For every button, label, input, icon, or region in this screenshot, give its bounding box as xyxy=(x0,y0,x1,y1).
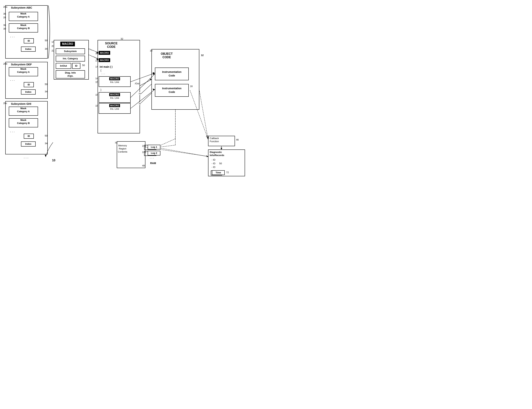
num-24b: 24b xyxy=(142,151,146,154)
sc-macro3-wrap: MACRO Ins. Line xyxy=(99,76,131,87)
macro-ins-category: Ins. Category xyxy=(56,56,85,62)
index-ghi: Index xyxy=(21,141,36,146)
num-32: 32 xyxy=(121,37,123,40)
source-code-title: SOURCECODE xyxy=(105,42,117,49)
svg-marker-42 xyxy=(207,155,208,157)
sc-macro3: MACRO xyxy=(109,77,120,80)
num-10: 10 xyxy=(52,159,55,162)
macro-diag-info: Diag. InfoArgs. xyxy=(56,70,85,79)
num-14-sc4: 14 xyxy=(95,77,98,80)
mask-label-b1: MaskCategory B xyxy=(17,24,30,30)
num-36a: 36 xyxy=(3,12,6,15)
in1-label: In xyxy=(139,92,141,95)
svg-line-39 xyxy=(190,90,208,140)
diag-id1: - ID xyxy=(211,158,215,161)
dots-abc: · · · xyxy=(10,35,15,39)
time-box: Time xyxy=(212,170,225,175)
svg-line-12 xyxy=(140,79,152,86)
ram-label: RAM xyxy=(150,162,156,165)
instrumentation-code-1: InstrumentationCode xyxy=(155,68,189,80)
label-26a: 26a xyxy=(3,6,7,8)
num-30: 30 xyxy=(3,27,6,30)
macro-subsystem: Subsystem xyxy=(56,48,85,54)
mask-label-a1: MaskCategory A xyxy=(17,12,30,18)
out-label: /Out xyxy=(135,82,139,85)
num-48: 48 xyxy=(142,164,145,167)
mask-label-def: MaskCategory A xyxy=(17,68,30,73)
svg-marker-13 xyxy=(150,79,152,80)
brace-close: } xyxy=(100,88,101,91)
sc-macro4-wrap: MACRO Ins. Line xyxy=(99,92,131,103)
sc-dots: · · · xyxy=(101,72,105,75)
svg-line-37 xyxy=(89,55,99,59)
num-50a: 50 xyxy=(45,39,47,42)
subsystem-def-title: Subsystem DEF xyxy=(11,63,32,66)
diagnostic-title: DiagnosticInfo/Records xyxy=(210,151,224,157)
svg-line-23 xyxy=(89,49,98,52)
sc-ins-line2: Ins. Line xyxy=(99,97,130,99)
subsystem-ghi-title: Subsystem GHI xyxy=(11,102,31,105)
sc-macro2: MACRO xyxy=(99,59,110,62)
num-34b: 34 xyxy=(45,90,47,93)
num-16: 16 xyxy=(190,85,192,88)
label-26b: 26b xyxy=(3,63,7,65)
brace-open: { xyxy=(100,69,101,72)
macro-in-out: In/Out xyxy=(56,63,71,69)
dots-ghi: · · · xyxy=(10,130,15,134)
num-34a: 34 xyxy=(45,47,47,50)
num-20: 20 xyxy=(52,45,54,47)
svg-line-30 xyxy=(131,90,155,109)
svg-line-41 xyxy=(156,147,208,157)
svg-marker-21 xyxy=(220,148,222,150)
svg-marker-29 xyxy=(153,73,155,75)
sc-macro5-wrap: MACRO Ins. Line xyxy=(99,103,131,114)
sc-ins-line1: Ins. Line xyxy=(99,81,130,83)
num-22-macro: 22 xyxy=(52,49,54,52)
num-18: 18 xyxy=(150,49,152,52)
num-15b: 15 xyxy=(95,93,98,96)
macro-title: MACRO xyxy=(60,42,75,46)
svg-line-24 xyxy=(89,55,98,58)
ram-dots: · · · xyxy=(150,157,154,160)
num-36b: 36 xyxy=(3,24,6,27)
int-main: int main ( ) xyxy=(100,65,113,68)
num-72: 72 xyxy=(226,171,229,174)
in2-label: In xyxy=(139,102,141,105)
instrumentation-code-2: InstrumentationCode xyxy=(155,84,189,97)
sc-num-15a: 15 xyxy=(95,81,98,83)
num-50-macro: 50 xyxy=(82,64,85,67)
index-abc: Index xyxy=(21,46,36,52)
id-abc: ID xyxy=(24,38,34,44)
subsystem-abc-title: Subsystem ABC xyxy=(11,6,32,9)
sc-macro1: MACRO xyxy=(99,52,110,54)
num-14-sc2: 14 xyxy=(95,59,98,62)
flow-arrows xyxy=(0,0,266,204)
callback-title: CallbackFunction xyxy=(210,137,219,143)
num-14-sc3: 14 xyxy=(95,65,98,68)
svg-line-15 xyxy=(140,93,152,104)
mask-cat-a-ghi: MaskCategory A xyxy=(9,107,38,116)
num-50-diag: 50 xyxy=(219,162,222,165)
dots-def: · · · xyxy=(10,79,15,82)
diag-info-label: Diag. InfoArgs. xyxy=(65,71,76,78)
num-14-macro: 14 xyxy=(52,41,54,43)
diag-id3: - ID xyxy=(211,166,215,168)
id-ghi: ID xyxy=(24,134,34,139)
dots-bottom: · · · xyxy=(24,156,28,160)
id-def: ID xyxy=(24,82,34,87)
mask-cat-a-def: MaskCategory A xyxy=(9,67,38,76)
arrows-svg xyxy=(0,0,266,204)
macro-id: ID xyxy=(72,63,80,69)
num-68: 68 xyxy=(206,135,209,138)
svg-marker-25 xyxy=(45,155,47,157)
memory-title: MemoryRegionContents xyxy=(118,144,127,154)
log1: Log 1 xyxy=(148,145,160,149)
num-70: 70 xyxy=(115,141,117,144)
svg-line-28 xyxy=(131,74,155,98)
svg-line-19 xyxy=(199,90,208,141)
num-15c: 15 xyxy=(95,104,98,107)
svg-marker-27 xyxy=(153,72,155,74)
mask-label-ghi-b: MaskCategory B xyxy=(17,119,30,125)
num-50b: 50 xyxy=(45,83,47,86)
svg-line-26 xyxy=(131,73,155,82)
